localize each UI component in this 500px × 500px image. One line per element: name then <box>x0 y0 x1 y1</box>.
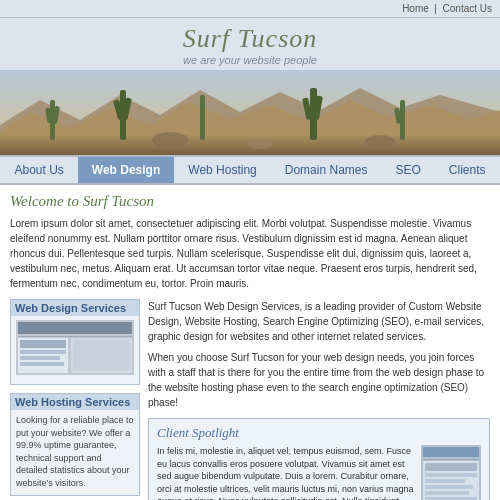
svg-rect-26 <box>20 356 60 360</box>
svg-rect-34 <box>425 473 477 477</box>
svg-rect-35 <box>425 479 465 483</box>
svg-rect-37 <box>425 491 469 495</box>
svg-rect-33 <box>425 463 477 471</box>
svg-rect-10 <box>200 95 205 140</box>
site-title: Surf Tucson <box>0 24 500 54</box>
left-sidebar: Web Design Services <box>10 299 140 500</box>
hero-image <box>0 70 500 155</box>
spotlight-content: In felis mi, molestie in, aliquet vel, t… <box>157 445 481 500</box>
web-design-title: Web Design Services <box>11 300 139 316</box>
svg-point-17 <box>365 135 395 149</box>
svg-rect-21 <box>18 336 132 337</box>
svg-rect-27 <box>20 362 64 366</box>
welcome-body: Lorem ipsum dolor sit amet, consectetuer… <box>10 218 477 289</box>
right-content: Surf Tucson Web Design Services, is a le… <box>148 299 490 500</box>
site-tagline: we are your website people <box>0 54 500 66</box>
nav-clients[interactable]: Clients <box>435 157 500 183</box>
svg-rect-28 <box>73 340 130 370</box>
svg-rect-36 <box>425 485 473 489</box>
web-hosting-box: Web Hosting Services Looking for a relia… <box>10 393 140 496</box>
spotlight-title: Client Spotlight <box>157 425 481 441</box>
web-hosting-text: Looking for a reliable place to put your… <box>16 414 134 490</box>
svg-rect-25 <box>20 350 66 354</box>
nav-seo[interactable]: SEO <box>381 157 434 183</box>
intro-p2: When you choose Surf Tucson for your web… <box>148 350 490 410</box>
client-spotlight: Client Spotlight In felis mi, molestie i… <box>148 418 490 500</box>
web-design-box: Web Design Services <box>10 299 140 385</box>
nav-webdesign[interactable]: Web Design <box>78 157 174 183</box>
spotlight-text: In felis mi, molestie in, aliquet vel, t… <box>157 445 415 500</box>
home-link[interactable]: Home <box>402 3 429 14</box>
contact-link[interactable]: Contact Us <box>443 3 492 14</box>
svg-rect-31 <box>423 459 479 460</box>
web-hosting-title: Web Hosting Services <box>11 394 139 410</box>
svg-point-18 <box>248 139 272 149</box>
svg-rect-30 <box>423 447 479 457</box>
top-bar: Home | Contact Us <box>0 0 500 18</box>
welcome-text: Lorem ipsum dolor sit amet, consectetuer… <box>10 216 490 291</box>
welcome-title: Welcome to Surf Tucson <box>10 193 490 210</box>
spotlight-image <box>421 445 481 500</box>
nav-webhosting[interactable]: Web Hosting <box>174 157 270 183</box>
header: Surf Tucson we are your website people <box>0 18 500 70</box>
web-design-image <box>16 320 134 375</box>
svg-rect-24 <box>20 340 66 348</box>
svg-point-16 <box>152 132 188 148</box>
nav-domains[interactable]: Domain Names <box>271 157 382 183</box>
spotlight-body: In felis mi, molestie in, aliquet vel, t… <box>157 446 414 500</box>
svg-rect-20 <box>18 322 132 334</box>
two-column-layout: Web Design Services <box>10 299 490 500</box>
intro-p1: Surf Tucson Web Design Services, is a le… <box>148 299 490 344</box>
nav-about[interactable]: About Us <box>0 157 77 183</box>
navigation: About Us Web Design Web Hosting Domain N… <box>0 155 500 185</box>
intro-section: Surf Tucson Web Design Services, is a le… <box>148 299 490 410</box>
main-content: Welcome to Surf Tucson Lorem ipsum dolor… <box>0 185 500 500</box>
